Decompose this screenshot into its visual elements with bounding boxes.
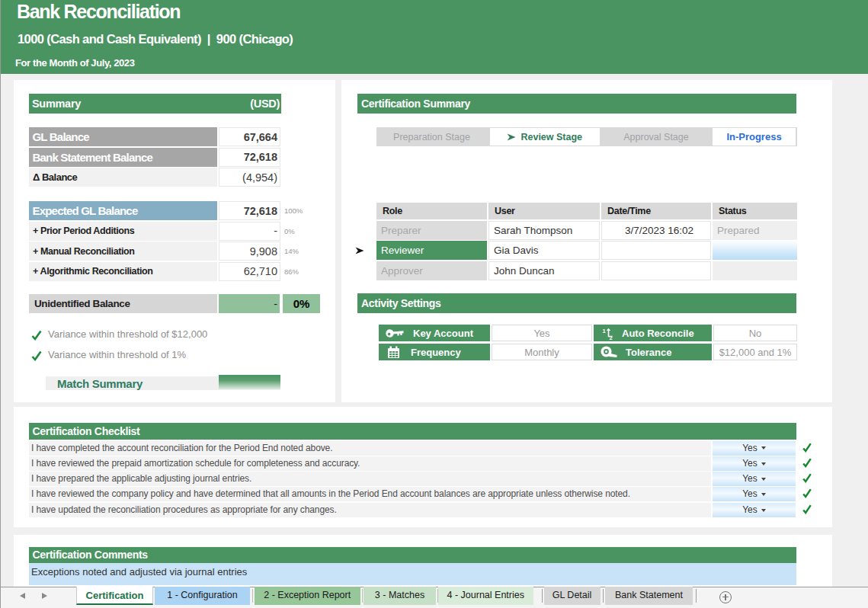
svg-text:2: 2 (610, 334, 613, 340)
svg-text:1: 1 (603, 327, 606, 334)
